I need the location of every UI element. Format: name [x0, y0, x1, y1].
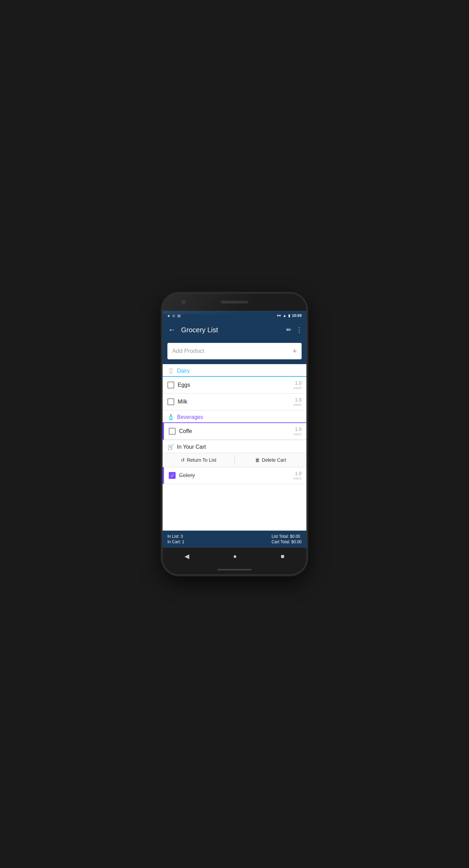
in-cart-count: In Cart: 1	[167, 540, 184, 544]
wifi-icon: ▾▾	[277, 313, 281, 318]
stats-right: List Total: $0.00 Cart Total: $0.00	[271, 534, 302, 544]
category-dairy-header: 🥛 Dairy	[163, 364, 306, 376]
beverages-icon: 🧴	[167, 414, 174, 420]
cart-actions: ↺ Return To List 🗑 Delete Cart	[163, 453, 306, 467]
nav-home-button[interactable]: ●	[226, 550, 244, 563]
category-beverages-name: Beverages	[177, 414, 203, 420]
nav-back-button[interactable]: ◀	[178, 550, 196, 563]
app-bar: ← Grocery List ✏ ⋮	[163, 320, 306, 339]
phone-frame: ◈ ◎ ▤ ▾▾ ▲ ▮ 10:59 ← Grocery List ✏ ⋮ Ad…	[163, 294, 306, 574]
eggs-name: Eggs	[178, 382, 293, 388]
stats-bar: In List: 3 In Cart: 1 List Total: $0.00 …	[163, 531, 306, 548]
phone-top-bar	[163, 294, 306, 311]
nav-recents-button[interactable]: ■	[274, 550, 291, 563]
scroll-content: 🥛 Dairy Eggs 1.0 each Milk 1.0 each	[163, 364, 306, 531]
stats-left: In List: 3 In Cart: 1	[167, 534, 184, 544]
celery-qty: 1.0 each	[293, 471, 302, 480]
eggs-qty: 1.0 each	[293, 380, 302, 390]
milk-qty: 1.0 each	[293, 397, 302, 407]
status-time: 10:59	[292, 313, 302, 318]
category-beverages-header: 🧴 Beverages	[163, 410, 306, 422]
add-product-placeholder: Add Product	[172, 348, 204, 355]
phone-chin-bar	[217, 569, 252, 570]
category-dairy-name: Dairy	[177, 368, 190, 374]
shield-status-icon: ◈	[167, 314, 170, 318]
add-product-bar: Add Product +	[163, 339, 306, 364]
list-item-coffe: Coffe 1.0 each	[163, 423, 306, 440]
celery-checkbox[interactable]	[169, 472, 176, 479]
app-bar-actions: ✏ ⋮	[286, 326, 302, 334]
cart-total: Cart Total: $0.00	[271, 540, 302, 544]
coffe-qty: 1.0 each	[293, 426, 302, 436]
circle-status-icon: ◎	[172, 314, 175, 318]
status-right-icons: ▾▾ ▲ ▮ 10:59	[277, 313, 302, 318]
add-product-plus-icon: +	[292, 347, 297, 356]
coffe-qty-number: 1.0	[293, 426, 302, 432]
milk-qty-unit: each	[293, 402, 302, 407]
battery-icon: ▮	[288, 313, 290, 318]
delete-cart-button[interactable]: 🗑 Delete Cart	[235, 453, 307, 467]
add-product-input[interactable]: Add Product +	[167, 343, 302, 359]
list-item-celery: Celery 1.0 each	[163, 467, 306, 484]
delete-label: Delete Cart	[262, 457, 286, 463]
celery-name: Celery	[179, 472, 293, 479]
coffe-checkbox[interactable]	[169, 428, 176, 435]
list-total: List Total: $0.00	[271, 534, 302, 539]
celery-qty-unit: each	[293, 476, 302, 480]
status-bar: ◈ ◎ ▤ ▾▾ ▲ ▮ 10:59	[163, 311, 306, 320]
status-left-icons: ◈ ◎ ▤	[167, 314, 180, 318]
milk-qty-number: 1.0	[293, 397, 302, 402]
dairy-icon: 🥛	[167, 368, 174, 374]
milk-name: Milk	[178, 399, 293, 405]
phone-speaker	[221, 301, 248, 303]
return-label: Return To List	[187, 457, 216, 463]
delete-icon: 🗑	[255, 457, 260, 463]
nav-bar: ◀ ● ■	[163, 548, 306, 565]
list-item-eggs: Eggs 1.0 each	[163, 377, 306, 394]
eggs-qty-number: 1.0	[293, 380, 302, 386]
coffe-name: Coffe	[179, 428, 293, 434]
phone-screen: ◈ ◎ ▤ ▾▾ ▲ ▮ 10:59 ← Grocery List ✏ ⋮ Ad…	[163, 311, 306, 548]
milk-checkbox[interactable]	[167, 398, 174, 405]
return-icon: ↺	[181, 457, 185, 463]
back-button[interactable]: ←	[167, 324, 177, 336]
coffe-qty-unit: each	[293, 432, 302, 436]
cart-header: 🛒 In Your Cart	[163, 440, 306, 453]
list-item-milk: Milk 1.0 each	[163, 394, 306, 410]
phone-camera	[181, 300, 186, 304]
cart-icon: 🛒	[167, 444, 174, 450]
in-list-count: In List: 3	[167, 534, 184, 539]
eggs-qty-unit: each	[293, 386, 302, 390]
eggs-checkbox[interactable]	[167, 382, 174, 388]
menu-status-icon: ▤	[177, 314, 180, 318]
signal-icon: ▲	[283, 313, 287, 318]
cart-label: In Your Cart	[177, 444, 206, 450]
celery-qty-number: 1.0	[293, 471, 302, 476]
app-title: Grocery List	[181, 326, 286, 334]
more-icon[interactable]: ⋮	[296, 326, 302, 334]
edit-icon[interactable]: ✏	[286, 326, 291, 334]
return-to-list-button[interactable]: ↺ Return To List	[163, 453, 234, 467]
phone-bottom-bar	[163, 565, 306, 574]
